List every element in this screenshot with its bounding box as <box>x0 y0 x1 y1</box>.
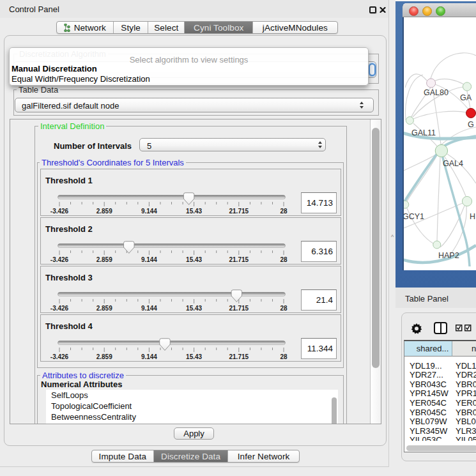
svg-text:GA: GA <box>460 93 472 102</box>
svg-text:H: H <box>470 212 475 221</box>
svg-text:GAL4: GAL4 <box>443 159 463 168</box>
svg-text:GAL11: GAL11 <box>411 128 436 137</box>
svg-text:GCY1: GCY1 <box>404 212 424 221</box>
svg-text:HAP2: HAP2 <box>438 251 459 260</box>
svg-text:G: G <box>468 120 474 129</box>
svg-text:GAL80: GAL80 <box>424 88 449 97</box>
